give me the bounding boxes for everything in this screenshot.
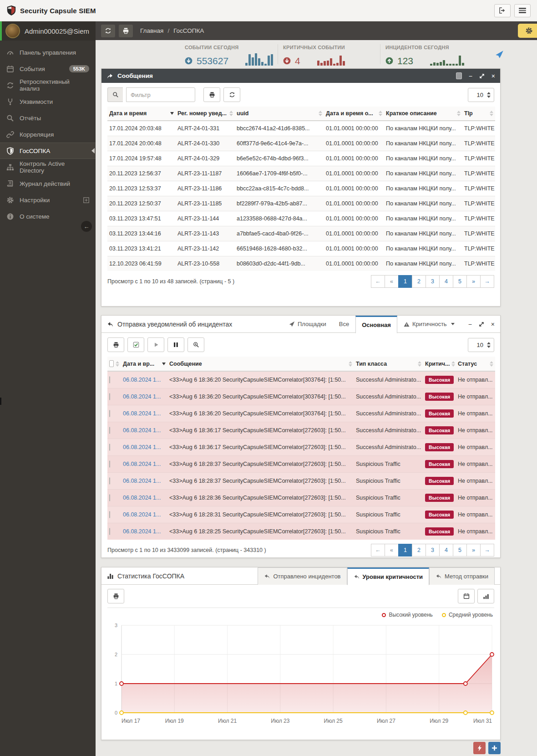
menu-button[interactable]: [514, 4, 531, 17]
table-row[interactable]: 03.11.2023 13:47:51ALRT-23-11-144a123358…: [107, 211, 495, 226]
tab-all[interactable]: Все: [333, 316, 355, 333]
sidebar-collapse-button[interactable]: ←: [81, 221, 92, 232]
date-range-button[interactable]: [458, 589, 475, 603]
sidebar-item-gossopka[interactable]: ГосСОПКА: [0, 143, 96, 159]
page-button[interactable]: 2: [412, 275, 426, 288]
col-status[interactable]: Статус: [456, 357, 495, 371]
col-datetime-2[interactable]: Дата и время о...: [324, 107, 384, 121]
refresh-page-button[interactable]: [101, 25, 115, 37]
page-first-button[interactable]: ←: [371, 275, 385, 288]
layout-swatch-button[interactable]: [456, 72, 462, 79]
filter-input[interactable]: [126, 87, 195, 102]
table-row[interactable]: 06.08.2024 1...<33>Aug 6 18:28:36 Securi…: [107, 490, 495, 506]
row-checkbox[interactable]: [109, 528, 110, 535]
sidebar-item-events[interactable]: События 553K: [0, 61, 96, 77]
col-message[interactable]: Сообщение: [167, 357, 354, 371]
minimize-button[interactable]: −: [468, 321, 472, 327]
print-chart-button[interactable]: [107, 589, 124, 603]
page-button[interactable]: 1: [398, 544, 412, 557]
sidebar-item-reports[interactable]: Отчёты: [0, 110, 96, 126]
print-table-button[interactable]: [203, 87, 220, 102]
table-row[interactable]: 06.08.2024 1...<33>Aug 6 18:36:20 Securi…: [107, 388, 495, 405]
logout-button[interactable]: [494, 4, 511, 17]
sidebar-item-about[interactable]: О системе: [0, 208, 96, 225]
select-all-checkbox[interactable]: [109, 360, 114, 367]
tab-sites[interactable]: Площадки: [283, 316, 333, 333]
incident-date-link[interactable]: 06.08.2024 1...: [123, 461, 161, 467]
close-button[interactable]: ×: [491, 73, 495, 79]
tab-severity-dropdown[interactable]: Критичность: [397, 316, 461, 333]
expand-button[interactable]: [479, 73, 485, 79]
col-severity[interactable]: Критич...: [423, 357, 456, 371]
row-checkbox[interactable]: [109, 477, 110, 485]
refresh-table-button[interactable]: [223, 87, 240, 102]
tab-send-method[interactable]: Метод отправки: [429, 567, 495, 585]
select-all-button[interactable]: [127, 337, 144, 352]
page-button[interactable]: 4: [439, 544, 453, 557]
incident-date-link[interactable]: 06.08.2024 1...: [123, 410, 161, 417]
page-button[interactable]: 2: [412, 544, 426, 557]
sidebar-item-correlation[interactable]: Корреляция: [0, 126, 96, 143]
col-uuid[interactable]: uuid: [235, 107, 324, 121]
incident-date-link[interactable]: 06.08.2024 1...: [123, 495, 161, 501]
sidebar-item-action-log[interactable]: Журнал действий: [0, 175, 96, 192]
page-button[interactable]: 3: [426, 275, 440, 288]
page-last-button[interactable]: →: [480, 544, 494, 557]
minimize-button[interactable]: −: [469, 73, 472, 79]
tab-sent-incidents[interactable]: Отправлено инцидентов: [258, 567, 347, 585]
page-size-select[interactable]: 10: [468, 88, 494, 102]
col-datetime[interactable]: Дата и время: [107, 107, 176, 121]
page-first-button[interactable]: ←: [371, 544, 385, 557]
chart-type-button[interactable]: [477, 589, 494, 603]
table-row[interactable]: 17.01.2024 20:00:48ALRT-24-01-33060ff377…: [107, 136, 495, 151]
col-tlp[interactable]: Tlp: [462, 107, 495, 121]
navigation-arrow-icon[interactable]: [495, 50, 504, 59]
row-checkbox[interactable]: [109, 444, 110, 451]
page-button[interactable]: 1: [398, 275, 412, 288]
quick-action-button[interactable]: [473, 742, 486, 754]
incident-date-link[interactable]: 06.08.2024 1...: [123, 377, 161, 383]
row-checkbox[interactable]: [109, 460, 110, 468]
sidebar-item-dashboard[interactable]: Панель управления: [0, 44, 96, 61]
page-button[interactable]: 5: [453, 544, 467, 557]
col-datetime[interactable]: Дата и вр...: [121, 357, 167, 371]
pause-button[interactable]: [167, 337, 184, 352]
sidebar-item-active-directory[interactable]: Контроль Active Directory: [0, 159, 96, 175]
table-row[interactable]: 17.01.2024 19:57:48ALRT-24-01-329b6e5e52…: [107, 151, 495, 166]
table-row[interactable]: 20.11.2023 12:56:37ALRT-23-11-118716066a…: [107, 166, 495, 181]
table-row[interactable]: 06.08.2024 1...<33>Aug 6 18:36:17 Securi…: [107, 422, 495, 439]
page-button[interactable]: 3: [426, 544, 440, 557]
print-page-button[interactable]: [119, 25, 133, 37]
sidebar-item-settings[interactable]: Настройки: [0, 192, 96, 208]
col-reg-number[interactable]: Рег. номер увед...: [176, 107, 235, 121]
page-next-button[interactable]: »: [466, 544, 481, 557]
sidebar-user[interactable]: Admin000025@Siem: [0, 21, 96, 41]
zoom-in-button[interactable]: [187, 337, 204, 352]
table-row[interactable]: 06.08.2024 1...<33>Aug 6 18:36:20 Securi…: [107, 371, 495, 388]
page-last-button[interactable]: →: [480, 275, 494, 288]
table-row[interactable]: 20.11.2023 12:50:37ALRT-23-11-1185bf2289…: [107, 196, 495, 211]
page-next-button[interactable]: »: [466, 275, 481, 288]
add-button[interactable]: [488, 742, 501, 754]
table-row[interactable]: 06.08.2024 1...<33>Aug 6 18:36:17 Securi…: [107, 439, 495, 456]
play-button[interactable]: [147, 337, 164, 352]
row-checkbox[interactable]: [109, 494, 110, 501]
page-prev-button[interactable]: «: [385, 544, 399, 557]
close-button[interactable]: ×: [491, 321, 495, 327]
table-row[interactable]: 12.10.2023 06:41:59ALRT-23-10-558b08603d…: [107, 256, 495, 271]
table-row[interactable]: 03.11.2023 13:44:16ALRT-23-11-143a7bbfae…: [107, 226, 495, 241]
table-row[interactable]: 06.08.2024 1...<33>Aug 6 18:28:25 Securi…: [107, 523, 495, 540]
expand-plus-icon[interactable]: [83, 197, 89, 203]
sidebar-item-retrospective[interactable]: Ретроспективный анализ: [0, 77, 96, 93]
sidebar-item-vulnerabilities[interactable]: Уязвимости: [0, 93, 96, 110]
row-checkbox[interactable]: [109, 376, 110, 383]
table-row[interactable]: 17.01.2024 20:03:48ALRT-24-01-331bbcc267…: [107, 121, 495, 136]
table-row[interactable]: 06.08.2024 1...<33>Aug 6 18:28:37 Securi…: [107, 456, 495, 473]
incident-date-link[interactable]: 06.08.2024 1...: [123, 511, 161, 518]
table-row[interactable]: 20.11.2023 12:53:37ALRT-23-11-1186bbcc22…: [107, 181, 495, 196]
row-checkbox[interactable]: [109, 511, 110, 518]
page-size-select[interactable]: 10: [468, 338, 494, 352]
tab-main[interactable]: Основная: [355, 316, 397, 333]
row-checkbox[interactable]: [109, 427, 110, 434]
tab-severity-levels[interactable]: Уровни критичности: [347, 567, 429, 585]
